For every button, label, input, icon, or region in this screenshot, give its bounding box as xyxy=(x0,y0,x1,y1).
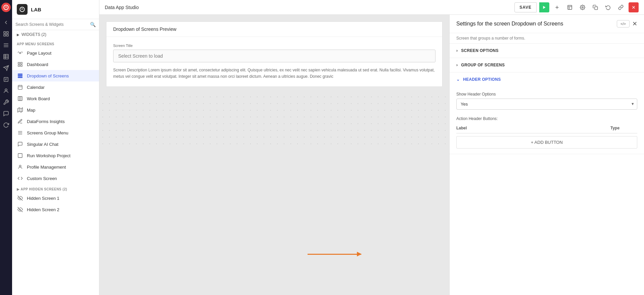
calendar-label: Calendar xyxy=(27,85,89,90)
action-buttons-table-header: Label Type xyxy=(456,123,637,133)
svg-rect-47 xyxy=(568,5,572,9)
rail-tools-icon[interactable] xyxy=(1,97,11,107)
screen-options-accordion: › SCREEN OPTIONS xyxy=(450,44,644,58)
layout-button[interactable] xyxy=(565,2,575,12)
settings-header: Settings for the screen Dropdown of Scre… xyxy=(450,15,644,33)
screen-options-header[interactable]: › SCREEN OPTIONS xyxy=(450,44,644,58)
sidebar-item-dashboard[interactable]: Dashboard ⋮ xyxy=(12,59,99,70)
sidebar-item-calendar[interactable]: Calendar ⋮ xyxy=(12,81,99,93)
rail-forms-icon[interactable] xyxy=(1,74,11,84)
rail-grid-icon[interactable] xyxy=(1,29,11,39)
svg-rect-27 xyxy=(18,85,22,90)
group-screens-header[interactable]: › GROUP OF SCREENS xyxy=(450,58,644,72)
search-input[interactable] xyxy=(15,22,90,27)
dashboard-label: Dashboard xyxy=(27,62,89,67)
show-header-select[interactable]: Yes No xyxy=(456,99,637,110)
rail-message-icon[interactable] xyxy=(1,109,11,119)
search-icon: 🔍 xyxy=(90,22,96,27)
sidebar-item-custom-screen[interactable]: Custom Screen ⋮ xyxy=(12,173,99,184)
rail-list-icon[interactable] xyxy=(1,40,11,50)
custom-screen-label: Custom Screen xyxy=(27,176,89,181)
search-bar: 🔍 xyxy=(12,19,99,30)
svg-rect-24 xyxy=(18,74,22,75)
show-header-select-wrapper: Yes No xyxy=(456,99,637,110)
sidebar-item-hidden-2[interactable]: Hidden Screen 2 ⋮ xyxy=(12,204,99,215)
add-button-btn[interactable]: + ADD BUTTON xyxy=(456,136,637,149)
sidebar: LAB 🔍 ▶ WIDGETS (2) APP MENU SCREENS Pag… xyxy=(12,0,99,295)
header-options-label: HEADER OPTIONS xyxy=(463,77,501,82)
svg-rect-22 xyxy=(18,65,20,66)
svg-rect-40 xyxy=(18,154,22,158)
svg-point-19 xyxy=(19,52,21,54)
hidden-2-label: Hidden Screen 2 xyxy=(27,207,89,212)
rail-back-icon[interactable] xyxy=(1,17,11,27)
sidebar-item-map[interactable]: Map ⋮ xyxy=(12,104,99,116)
dropdown-screens-label: Dropdown of Screens xyxy=(27,73,89,78)
svg-rect-2 xyxy=(7,32,8,33)
settings-panel: Settings for the screen Dropdown of Scre… xyxy=(449,15,644,295)
sidebar-logo xyxy=(17,4,28,15)
widgets-toggle[interactable]: ▶ WIDGETS (2) xyxy=(12,30,99,39)
screen-title-input[interactable] xyxy=(113,50,435,62)
page-layout-icon xyxy=(17,50,24,56)
settings-button[interactable] xyxy=(578,2,588,12)
dashboard-icon xyxy=(17,61,24,68)
app-logo[interactable] xyxy=(1,3,11,12)
profile-label: Profile Management xyxy=(27,165,89,170)
rail-table-icon[interactable] xyxy=(1,52,11,62)
svg-point-50 xyxy=(582,7,583,8)
close-button[interactable] xyxy=(629,2,639,12)
sidebar-item-dropdown-screens[interactable]: Dropdown of Screens ⋮ xyxy=(12,70,99,81)
svg-rect-31 xyxy=(18,97,22,101)
widgets-arrow-icon: ▶ xyxy=(17,33,19,37)
svg-point-17 xyxy=(5,89,7,91)
rail-refresh-icon[interactable] xyxy=(1,120,11,130)
rail-send-icon[interactable] xyxy=(1,63,11,73)
hidden-screens-toggle[interactable]: ▶ APP HIDDEN SCREENS (2) xyxy=(12,184,99,192)
svg-rect-1 xyxy=(4,32,5,33)
sidebar-item-hidden-1[interactable]: Hidden Screen 1 ⋮ xyxy=(12,192,99,204)
ai-chat-icon xyxy=(17,141,24,148)
widgets-label: WIDGETS (2) xyxy=(21,32,46,37)
calendar-icon xyxy=(17,84,24,91)
settings-subtitle: Screen that groups a number of forms. xyxy=(450,33,644,44)
screen-description: Screen Description Lorem ipsum dolor sit… xyxy=(113,67,435,80)
app-title: Data App Studio xyxy=(105,5,139,10)
screen-title-label: Screen Title xyxy=(113,44,435,48)
svg-rect-26 xyxy=(18,77,22,78)
panel-close-button[interactable]: ✕ xyxy=(632,20,637,27)
svg-point-41 xyxy=(19,165,21,167)
sidebar-item-screens-group[interactable]: Screens Group Menu ⋮ xyxy=(12,127,99,138)
rail-person-icon[interactable] xyxy=(1,86,11,96)
link-button[interactable] xyxy=(616,2,626,12)
header-options-arrow-icon: ⌄ xyxy=(456,77,460,82)
svg-marker-44 xyxy=(543,6,546,9)
header-options-header[interactable]: ⌄ HEADER OPTIONS xyxy=(450,72,644,86)
sidebar-content: ▶ WIDGETS (2) APP MENU SCREENS Page Layo… xyxy=(12,30,99,295)
history-button[interactable] xyxy=(603,2,613,12)
svg-rect-3 xyxy=(4,35,5,36)
dropdown-screens-icon xyxy=(17,72,24,79)
app-menu-screens-label: APP MENU SCREENS xyxy=(12,39,99,47)
screens-group-label: Screens Group Menu xyxy=(27,130,89,135)
preview-card: Dropdown of Screens Preview Screen Title… xyxy=(106,21,443,87)
svg-rect-25 xyxy=(18,75,22,76)
sidebar-item-ai-chat[interactable]: Singular AI Chat ⋮ xyxy=(12,138,99,150)
sidebar-item-profile[interactable]: Profile Management ⋮ xyxy=(12,161,99,173)
map-icon xyxy=(17,107,24,113)
hidden-1-icon xyxy=(17,195,24,201)
sidebar-item-workshop[interactable]: Run Workshop Project ⋮ xyxy=(12,150,99,161)
sidebar-item-dataforms[interactable]: DataForms Insights ⋮ xyxy=(12,116,99,127)
run-button[interactable] xyxy=(539,2,549,12)
code-button[interactable]: </> xyxy=(617,20,630,27)
sidebar-header: LAB xyxy=(12,0,99,19)
preview-body: Screen Title Screen Description Lorem ip… xyxy=(106,37,442,86)
add-button[interactable] xyxy=(552,2,562,12)
sidebar-item-work-board[interactable]: Work Board ⋮ xyxy=(12,93,99,104)
save-button[interactable]: SAVE xyxy=(514,2,537,12)
preview-header: Dropdown of Screens Preview xyxy=(106,22,442,37)
dotted-area xyxy=(99,94,449,147)
duplicate-button[interactable] xyxy=(590,2,600,12)
sidebar-item-page-layout[interactable]: Page Layout ⋮ xyxy=(12,47,99,59)
top-bar: Data App Studio SAVE xyxy=(99,0,644,15)
